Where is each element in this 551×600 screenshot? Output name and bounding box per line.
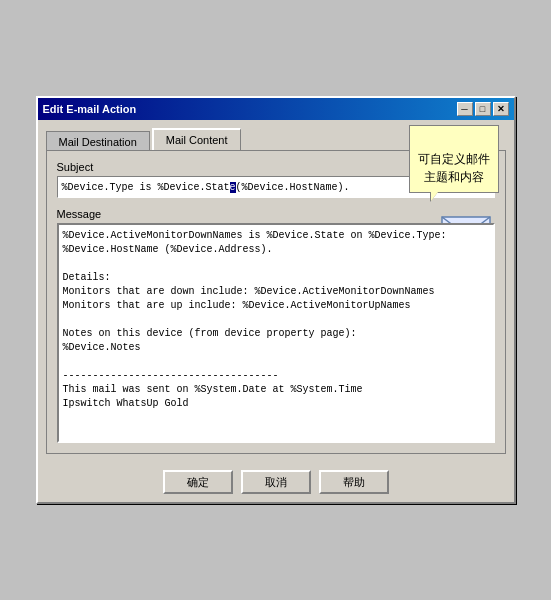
callout-text: 可自定义邮件 主题和内容 [418, 152, 490, 184]
subject-text-part2: (%Device.HostName). [236, 182, 350, 193]
button-bar: 确定 取消 帮助 [38, 462, 514, 502]
window-title: Edit E-mail Action [43, 103, 137, 115]
window-content: 可自定义邮件 主题和内容 Mail Destination Mail Conte… [38, 120, 514, 462]
cancel-button[interactable]: 取消 [241, 470, 311, 494]
title-bar: Edit E-mail Action ─ □ ✕ [38, 98, 514, 120]
title-bar-controls: ─ □ ✕ [457, 102, 509, 116]
minimize-button[interactable]: ─ [457, 102, 473, 116]
main-window: Edit E-mail Action ─ □ ✕ 可自定义邮件 主题和内容 Ma… [36, 96, 516, 504]
ok-button[interactable]: 确定 [163, 470, 233, 494]
help-button[interactable]: 帮助 [319, 470, 389, 494]
subject-text-part1: %Device.Type is %Device.Stat [62, 182, 230, 193]
close-button[interactable]: ✕ [493, 102, 509, 116]
callout-bubble: 可自定义邮件 主题和内容 [409, 125, 499, 193]
maximize-button[interactable]: □ [475, 102, 491, 116]
message-textarea[interactable] [59, 225, 477, 441]
tab-mail-content[interactable]: Mail Content [152, 128, 241, 150]
tab-mail-destination[interactable]: Mail Destination [46, 131, 150, 152]
message-label: Message [57, 208, 495, 220]
title-bar-text: Edit E-mail Action [43, 103, 137, 115]
message-textarea-wrapper [57, 223, 495, 443]
